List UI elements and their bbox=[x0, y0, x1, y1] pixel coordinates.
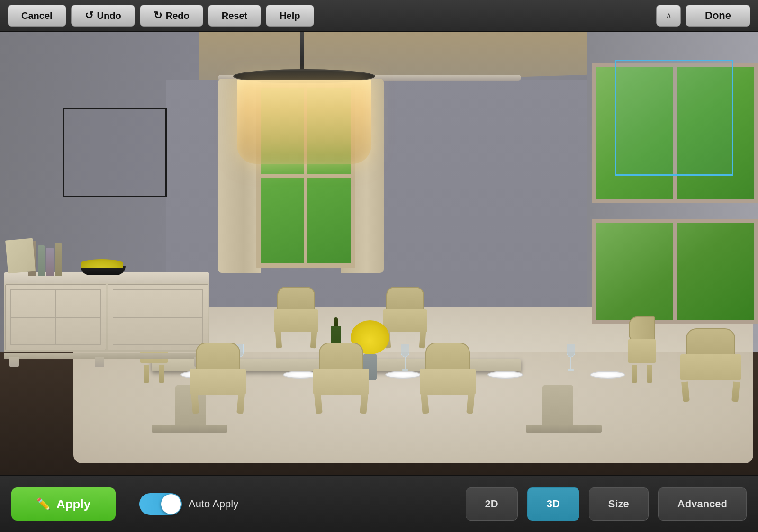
glass-back-2 bbox=[401, 344, 409, 371]
view-3d-label: 3D bbox=[547, 498, 560, 510]
done-button[interactable]: Done bbox=[686, 5, 750, 27]
chair-back-br bbox=[386, 287, 424, 313]
door-glass-frame bbox=[10, 289, 101, 345]
plate-5 bbox=[590, 371, 625, 379]
sideboard-leg-fl bbox=[9, 357, 19, 367]
reset-label: Reset bbox=[222, 10, 247, 21]
chevron-up-button[interactable]: ∧ bbox=[656, 5, 681, 27]
table-pedestal-right bbox=[542, 385, 573, 428]
undo-button[interactable]: ↺ Undo bbox=[71, 5, 135, 27]
right-window-top bbox=[592, 63, 758, 203]
chandelier-chain bbox=[300, 32, 304, 74]
sideboard bbox=[0, 272, 213, 367]
open-book bbox=[5, 238, 36, 274]
undo-icon: ↺ bbox=[85, 9, 93, 22]
help-label: Help bbox=[280, 10, 300, 21]
auto-apply-label: Auto Apply bbox=[189, 498, 238, 510]
advanced-button[interactable]: Advanced bbox=[658, 487, 747, 521]
table-base-left bbox=[152, 425, 227, 433]
apply-label: Apply bbox=[56, 497, 90, 512]
chair-seat-fl bbox=[190, 369, 246, 395]
sideboard-body bbox=[4, 283, 209, 352]
door-glass-frame-2 bbox=[113, 289, 203, 345]
chair-leg-flr bbox=[236, 394, 244, 414]
chandelier-crystals bbox=[237, 80, 371, 164]
fruit-display bbox=[81, 259, 123, 268]
chair-far-right-top bbox=[677, 328, 744, 402]
bottle-neck-top bbox=[334, 317, 338, 326]
glass-base-3 bbox=[568, 369, 574, 371]
bottom-toolbar: ✏️ Apply Auto Apply 2D 3D Size Advanced bbox=[0, 475, 758, 532]
size-button[interactable]: Size bbox=[589, 487, 649, 521]
sideboard-door-right bbox=[108, 284, 208, 350]
cancel-label: Cancel bbox=[21, 10, 53, 21]
auto-apply-section: Auto Apply bbox=[139, 493, 238, 515]
done-label: Done bbox=[705, 9, 731, 21]
top-toolbar: Cancel ↺ Undo ↻ Redo Reset Help ∧ Done bbox=[0, 0, 758, 32]
size-label: Size bbox=[608, 498, 629, 510]
toggle-thumb bbox=[161, 494, 181, 514]
plate-4 bbox=[487, 371, 523, 379]
chair-front-right bbox=[417, 343, 478, 414]
chair-back-bc bbox=[277, 287, 315, 313]
right-window-bottom bbox=[592, 219, 758, 324]
glass-base-2 bbox=[402, 369, 408, 371]
table-base-right bbox=[526, 425, 602, 433]
redo-label: Redo bbox=[166, 10, 190, 21]
plate-3 bbox=[385, 371, 421, 379]
chair-leg-frcr bbox=[466, 394, 474, 414]
help-button[interactable]: Help bbox=[266, 5, 314, 27]
door-frame-v bbox=[55, 290, 56, 344]
chair-seat-fc bbox=[313, 369, 369, 395]
book-3 bbox=[46, 248, 54, 276]
chevron-up-icon: ∧ bbox=[666, 10, 672, 21]
glass-back-3 bbox=[567, 344, 575, 371]
chair-leg-fcr bbox=[360, 394, 368, 414]
chair-seat-bc bbox=[274, 309, 318, 332]
wall-frame[interactable] bbox=[63, 108, 167, 197]
book-4 bbox=[55, 243, 62, 276]
view-2d-button[interactable]: 2D bbox=[466, 487, 518, 521]
room-scene[interactable] bbox=[0, 32, 758, 475]
fruit-bowl bbox=[81, 257, 126, 275]
right-window-bottom-frame bbox=[673, 223, 677, 320]
view-3d-button[interactable]: 3D bbox=[527, 487, 579, 521]
chair-seat-br bbox=[383, 309, 427, 332]
chair-seat-frt bbox=[680, 354, 741, 380]
redo-icon: ↻ bbox=[153, 9, 162, 22]
chair-seat-frc bbox=[420, 369, 476, 395]
sideboard-leg-center bbox=[95, 357, 104, 367]
sideboard-baseboard bbox=[4, 353, 209, 359]
sideboard-door-left bbox=[5, 284, 106, 350]
advanced-label: Advanced bbox=[677, 498, 727, 510]
chair-leg-frtl bbox=[681, 381, 690, 402]
view-2d-label: 2D bbox=[485, 498, 498, 510]
glass-bowl-3 bbox=[567, 344, 575, 357]
door-frame-v2 bbox=[158, 290, 158, 344]
redo-button[interactable]: ↻ Redo bbox=[140, 5, 203, 27]
chair-leg-frtr bbox=[731, 381, 740, 402]
chair-front-center bbox=[310, 343, 372, 414]
auto-apply-toggle[interactable] bbox=[139, 493, 182, 515]
chair-leg-fcl bbox=[314, 394, 322, 414]
apply-icon: ✏️ bbox=[36, 497, 51, 511]
chair-leg-frcl bbox=[421, 394, 429, 414]
glass-stem-3 bbox=[570, 357, 571, 369]
chandelier bbox=[233, 69, 375, 164]
chair-front-left bbox=[187, 343, 249, 414]
chair-leg-fll bbox=[191, 394, 199, 414]
undo-label: Undo bbox=[97, 10, 121, 21]
right-window-vertical-frame bbox=[673, 67, 677, 199]
glass-bowl-2 bbox=[401, 344, 409, 357]
glass-stem-2 bbox=[405, 357, 406, 369]
apply-button[interactable]: ✏️ Apply bbox=[11, 487, 116, 521]
reset-button[interactable]: Reset bbox=[208, 5, 261, 27]
cancel-button[interactable]: Cancel bbox=[8, 5, 66, 27]
book-2 bbox=[38, 245, 45, 276]
